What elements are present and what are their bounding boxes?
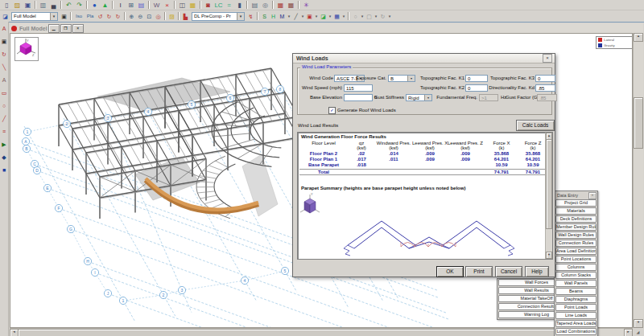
red-grid2-icon[interactable]: ▦: [286, 1, 296, 10]
preview-icon[interactable]: ◎: [260, 1, 270, 10]
close-icon[interactable]: ×: [588, 192, 597, 199]
rotate-right-icon[interactable]: ↻: [114, 12, 122, 21]
panel-item-beams[interactable]: Beams: [555, 288, 597, 295]
move-icon[interactable]: ⊞: [126, 1, 136, 10]
model-window-titlebar[interactable]: Full Model ▁ ❒ ×: [10, 23, 643, 33]
wall-icon[interactable]: W: [151, 1, 162, 10]
panel-item-line-loads[interactable]: Line Loads: [555, 312, 597, 319]
undo-icon[interactable]: ↶: [64, 1, 74, 10]
scroll-down-icon[interactable]: ▼: [634, 319, 643, 328]
draw-rect-icon[interactable]: ▭: [0, 88, 8, 98]
panel-item-materials[interactable]: Materials: [555, 207, 597, 215]
report-icon[interactable]: ▤: [250, 1, 260, 10]
view-cube-icon[interactable]: ◪: [1, 12, 10, 21]
open-icon[interactable]: ▨: [12, 1, 23, 10]
annotate-a-icon[interactable]: A: [0, 24, 8, 34]
chevron-down-icon[interactable]: ▾: [50, 13, 57, 20]
target-tool-icon[interactable]: ◆: [0, 153, 8, 162]
dollar-icon[interactable]: S: [260, 12, 269, 21]
graph-icon[interactable]: ▙: [181, 12, 190, 21]
horizontal-scrollbar[interactable]: ◄ ►: [10, 328, 633, 336]
field-input-gust-stiffness[interactable]: Rigid▾: [406, 94, 432, 101]
panel-item-tapered-area-loads[interactable]: Tapered Area Loads: [555, 320, 597, 327]
save-icon[interactable]: ▣: [23, 1, 33, 10]
field-input-topographic-fac-k3[interactable]: 0: [535, 75, 555, 82]
panel-item-load-combinations[interactable]: Load Combinations: [555, 328, 597, 335]
panel-item-diaphragms[interactable]: Diaphragms: [555, 296, 597, 303]
field-input-topographic-fac-k2[interactable]: 0: [465, 84, 488, 92]
gray-square-icon[interactable]: ▢: [365, 12, 374, 21]
red-grid-icon[interactable]: ▦: [275, 1, 286, 10]
panel-item-column-stacks[interactable]: Column Stacks: [555, 272, 597, 279]
globe-icon[interactable]: ●: [89, 1, 100, 10]
panel-item-project-grid[interactable]: Project Grid: [555, 199, 597, 207]
section-icon[interactable]: I: [115, 1, 126, 10]
close-icon[interactable]: ×: [72, 24, 84, 33]
new-icon[interactable]: ▯: [2, 1, 12, 10]
red-box-icon[interactable]: ▣: [305, 12, 314, 21]
help-icon[interactable]: ✳: [301, 1, 312, 10]
panel-item-wall-panels[interactable]: Wall Panels: [555, 280, 597, 287]
h-icon[interactable]: H: [269, 12, 278, 21]
calc-loads-button[interactable]: Calc Loads: [516, 120, 555, 131]
scroll-right-icon[interactable]: ►: [624, 329, 633, 336]
field-input-base-elevation[interactable]: [344, 94, 373, 101]
snapshot-icon[interactable]: ▣: [60, 12, 68, 21]
gray-circle-icon[interactable]: ○: [351, 12, 360, 21]
panel-item-deck-definitions[interactable]: Deck Definitions: [555, 215, 597, 223]
window-split-icon[interactable]: ◫: [177, 1, 188, 10]
panel-item-wall-design-rules[interactable]: Wall Design Rules: [555, 232, 597, 239]
flag-icon[interactable]: ▶: [0, 140, 8, 150]
zoom-window-icon[interactable]: ⊡: [145, 12, 154, 21]
horizontal-scroll-thumb[interactable]: [18, 329, 573, 336]
restore-icon[interactable]: ❒: [60, 24, 72, 33]
draw-slash-icon[interactable]: ╱: [0, 114, 8, 124]
chevron-down-icon[interactable]: ▾: [341, 12, 346, 21]
help-button[interactable]: Help: [525, 266, 549, 277]
lock-icon[interactable]: ■: [0, 166, 8, 175]
ok-button[interactable]: OK: [436, 266, 464, 277]
vertical-scroll-thumb[interactable]: [634, 97, 643, 149]
field-input-topographic-fac-k1[interactable]: 0: [465, 75, 488, 82]
load-direction-legend[interactable]: Lateral Gravity ▼: [596, 36, 633, 49]
draw-line-icon[interactable]: ╲: [0, 63, 8, 72]
layers-icon[interactable]: ▤: [136, 1, 147, 10]
print-button[interactable]: Print: [465, 266, 493, 277]
pause-icon[interactable]: ▮: [234, 1, 245, 10]
zoom-full-icon[interactable]: ◎: [154, 12, 163, 21]
annotate-icon[interactable]: ▨: [167, 12, 176, 21]
rotate-tool-icon[interactable]: ↻: [0, 50, 8, 59]
lc-icon[interactable]: LC: [213, 1, 224, 10]
apply-load-icon[interactable]: ↯: [246, 12, 255, 21]
print-icon[interactable]: ▄: [48, 1, 59, 10]
panel-item-point-locations[interactable]: Point Locations: [555, 256, 597, 263]
panel-item-columns[interactable]: Columns: [555, 264, 597, 271]
label-a-icon[interactable]: A: [0, 76, 8, 85]
results-scrollbar[interactable]: ▲ ▼: [545, 133, 552, 259]
render-icon[interactable]: ▲: [100, 1, 110, 10]
spreadsheet-icon[interactable]: ▦: [188, 1, 198, 10]
chevron-down-icon[interactable]: ▾: [407, 76, 415, 81]
field-input-exposure-cat-[interactable]: B▾: [388, 75, 415, 82]
green-box-icon[interactable]: ◪: [319, 12, 328, 21]
scroll-down-icon[interactable]: ▼: [546, 252, 552, 259]
close-icon[interactable]: ×: [543, 54, 552, 63]
cancel-button[interactable]: Cancel: [495, 266, 522, 277]
blue-box-icon[interactable]: ▦: [332, 12, 341, 21]
field-input-wind-speed-mph-[interactable]: 115: [344, 84, 373, 92]
scroll-up-icon[interactable]: ▲: [634, 33, 643, 42]
delete-icon[interactable]: ×: [162, 1, 172, 10]
gray-refresh-icon[interactable]: ↻: [378, 12, 387, 21]
view-combo[interactable]: Full Model ▾: [11, 12, 58, 21]
chevron-down-icon[interactable]: ▾: [237, 13, 244, 20]
load-combo[interactable]: DL PreComp - Pr ▾: [192, 12, 245, 21]
resize-grip-icon[interactable]: ◢: [633, 328, 643, 336]
solve-icon[interactable]: ◙: [203, 1, 213, 10]
generate-roof-wind-checkbox[interactable]: ✓: [328, 107, 336, 114]
field-input-directionality-fac-kd[interactable]: .85: [535, 84, 555, 92]
rotate-down-icon[interactable]: ↻: [105, 12, 114, 21]
panel-item-area-load-definitions[interactable]: Area Load Definitions: [555, 248, 597, 255]
equals-icon[interactable]: =: [224, 1, 234, 10]
plan-view-icon[interactable]: Pla: [85, 12, 96, 21]
panel-item-member-design-rules[interactable]: Member Design Rules: [555, 223, 597, 231]
